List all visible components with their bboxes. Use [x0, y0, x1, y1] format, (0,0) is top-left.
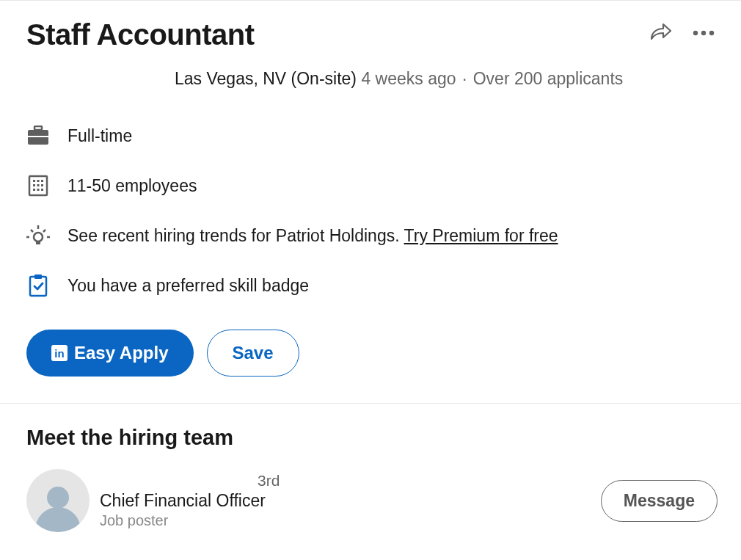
company-size: 11-50 employees [67, 176, 197, 196]
svg-line-22 [43, 230, 45, 232]
job-posted: 4 weeks ago [361, 69, 456, 88]
svg-rect-23 [30, 277, 46, 296]
employment-type: Full-time [67, 126, 132, 146]
svg-rect-17 [36, 241, 40, 244]
job-applicants: Over 200 applicants [473, 69, 624, 88]
skill-badge-text: You have a preferred skill badge [67, 276, 309, 296]
briefcase-icon [26, 124, 50, 148]
job-title: Staff Accountant [26, 18, 255, 51]
ellipsis-icon [693, 30, 715, 36]
connection-degree: 3rd [258, 472, 280, 490]
insights-row: See recent hiring trends for Patriot Hol… [26, 224, 718, 247]
more-options-button[interactable] [693, 30, 715, 36]
svg-rect-11 [37, 184, 40, 186]
svg-rect-15 [41, 189, 43, 191]
svg-rect-3 [34, 126, 42, 130]
premium-link[interactable]: Try Premium for free [404, 226, 558, 245]
employment-type-row: Full-time [26, 124, 718, 148]
svg-rect-9 [41, 180, 43, 182]
easy-apply-button[interactable]: in Easy Apply [26, 330, 194, 377]
svg-rect-7 [33, 180, 35, 182]
building-icon [26, 174, 50, 197]
svg-line-21 [31, 230, 33, 232]
svg-rect-13 [33, 189, 35, 191]
svg-rect-10 [33, 184, 35, 186]
svg-rect-5 [28, 136, 48, 137]
svg-point-16 [34, 233, 43, 241]
job-poster-label: Job poster [100, 512, 280, 529]
insights-text: See recent hiring trends for Patriot Hol… [67, 226, 400, 245]
svg-point-2 [709, 31, 714, 35]
svg-point-0 [693, 31, 698, 35]
message-button[interactable]: Message [601, 480, 718, 522]
job-location: Las Vegas, NV (On-site) [175, 69, 357, 88]
svg-rect-8 [37, 180, 40, 182]
svg-point-1 [701, 31, 706, 35]
apply-label: Easy Apply [74, 343, 169, 363]
save-button[interactable]: Save [207, 330, 299, 377]
avatar[interactable] [26, 469, 90, 532]
company-size-row: 11-50 employees [26, 174, 718, 197]
hiring-team-title: Meet the hiring team [26, 426, 718, 450]
hiring-role: Chief Financial Officer [100, 491, 280, 511]
skill-badge-row: You have a preferred skill badge [26, 274, 718, 297]
linkedin-icon: in [51, 345, 67, 361]
svg-rect-24 [34, 274, 42, 279]
share-icon [649, 23, 672, 43]
job-meta: Las Vegas, NV (On-site) 4 weeks ago · Ov… [26, 69, 718, 89]
clipboard-check-icon [26, 274, 50, 297]
share-button[interactable] [649, 23, 672, 43]
lightbulb-icon [26, 224, 50, 247]
svg-rect-14 [37, 189, 40, 191]
svg-rect-12 [41, 184, 43, 186]
